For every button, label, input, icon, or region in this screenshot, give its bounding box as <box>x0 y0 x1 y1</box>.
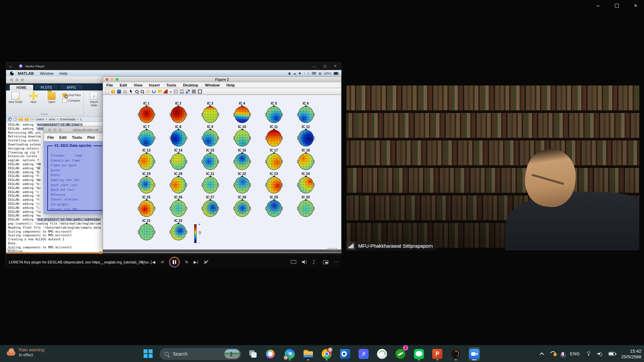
minimize-button[interactable]: – <box>593 3 603 9</box>
menubar-status-icon[interactable]: ✱ <box>299 72 301 75</box>
tab-plots[interactable]: PLOTS <box>34 84 58 90</box>
mp-minimize-button[interactable]: — <box>313 64 316 68</box>
line-taskbar-button[interactable] <box>413 347 425 361</box>
forward-icon[interactable]: ▶ <box>13 117 17 121</box>
eeglab-menu-tools[interactable]: Tools <box>72 135 82 139</box>
datatip-icon[interactable] <box>158 89 162 94</box>
rotate-3d-icon[interactable] <box>152 89 156 93</box>
wifi-icon[interactable] <box>586 352 592 356</box>
compare-button[interactable]: Compare <box>62 99 81 103</box>
apple-logo-icon[interactable] <box>10 71 14 75</box>
close-button[interactable]: × <box>631 3 641 9</box>
back-icon[interactable]: ◀ <box>8 117 12 121</box>
open-button[interactable]: Open <box>44 92 59 104</box>
rewind-10-icon[interactable]: ↺ <box>160 260 164 264</box>
fullscreen-icon[interactable]: ↗↙ <box>313 260 317 264</box>
tab-apps[interactable]: APPS <box>59 84 83 90</box>
mac-menu-matlab[interactable]: MATLAB <box>18 71 34 75</box>
copilot-button[interactable] <box>266 350 275 358</box>
restore-button[interactable] <box>612 3 622 9</box>
ia-app-taskbar-button[interactable]: // <box>358 347 369 361</box>
video-content[interactable]: MATLABWindowHelp ▣☁✱◔ᛒ⌨▤100% HOMEPLOTSAP… <box>6 70 341 253</box>
open-icon[interactable] <box>111 89 115 94</box>
new-script-button[interactable]: New Script <box>8 92 23 104</box>
figure-menu-tools[interactable]: Tools <box>166 83 176 87</box>
tray-overflow-icon[interactable] <box>540 352 544 357</box>
microphone-icon[interactable] <box>561 352 564 356</box>
weather-widget[interactable]: Rain warning In effect <box>6 347 44 357</box>
shuffle-icon[interactable]: ⇄ <box>142 260 145 264</box>
more-options-icon[interactable]: ⋯ <box>334 260 338 264</box>
link-plots-icon[interactable] <box>174 89 178 94</box>
file-explorer-taskbar-button[interactable] <box>303 347 314 361</box>
repeat-off-icon[interactable]: ↻ <box>204 260 207 264</box>
import-data-button[interactable]: Import Data <box>87 92 101 107</box>
dropdown-caret-icon[interactable] <box>170 92 172 93</box>
forward-30-icon[interactable]: ↻ <box>185 260 189 264</box>
colorbar-icon[interactable] <box>180 89 184 94</box>
menubar-status-icon[interactable]: ▣ <box>288 72 291 75</box>
eeglab-menu-plot[interactable]: Plot <box>87 135 95 139</box>
figure-menu-file[interactable]: File <box>106 83 113 87</box>
panel-icon[interactable] <box>198 89 202 94</box>
legend-icon[interactable] <box>186 89 190 94</box>
menubar-status-icon[interactable]: ◔ <box>304 72 305 75</box>
media-player-titlebar[interactable]: ⌂ Media Player — ✕ <box>6 62 341 70</box>
edge-taskbar-button[interactable] <box>284 347 296 361</box>
globe-app-taskbar-button[interactable] <box>376 347 388 361</box>
home-icon[interactable]: ⌂ <box>9 64 12 69</box>
square-icon[interactable] <box>192 89 196 94</box>
zoom-taskbar-button[interactable] <box>469 347 480 361</box>
print-icon[interactable] <box>123 89 127 94</box>
breadcrumb-segment[interactable]: arno <box>49 117 55 121</box>
figure-menu-edit[interactable]: Edit <box>120 83 127 87</box>
start-button[interactable] <box>144 349 153 359</box>
menubar-status-icon[interactable]: ᛒ <box>308 72 309 75</box>
mac-menu-window[interactable]: Window <box>40 71 54 75</box>
eeglab-menu-file[interactable]: File <box>47 135 54 139</box>
figure-menu-view[interactable]: View <box>134 83 143 87</box>
breadcrumb-segment[interactable]: Downloads <box>60 117 76 121</box>
breadcrumb[interactable]: /▸Users▸arno▸Downloads▸L <box>30 117 82 121</box>
figure-menu-help[interactable]: Help <box>226 83 235 87</box>
menubar-status-icon[interactable]: ☁ <box>293 72 296 75</box>
save-icon[interactable] <box>117 89 121 94</box>
subtitles-icon[interactable] <box>291 260 296 264</box>
breadcrumb-segment[interactable]: / <box>30 117 31 121</box>
volume-tray-icon[interactable] <box>597 352 603 356</box>
zoom-in-icon[interactable] <box>135 90 139 93</box>
tab-home[interactable]: HOME <box>9 84 34 90</box>
mp-restore-button[interactable] <box>324 64 326 68</box>
find-files-button[interactable]: Find Files <box>62 93 81 97</box>
pan-icon[interactable] <box>146 89 150 94</box>
language-indicator[interactable]: ENG <box>570 351 580 356</box>
dark-circle-app-taskbar-button[interactable] <box>450 347 462 361</box>
breadcrumb-segment[interactable]: L <box>80 117 82 121</box>
figure-menu-window[interactable]: Window <box>205 83 220 87</box>
cursor-icon[interactable] <box>129 89 133 94</box>
figure-menu-desktop[interactable]: Desktop <box>183 83 198 87</box>
figure-titlebar[interactable]: Figure 2 <box>103 76 341 82</box>
task-view-button[interactable] <box>249 350 257 358</box>
previous-icon[interactable]: ∣◀ <box>150 260 155 264</box>
matlab-traffic-lights[interactable] <box>10 78 24 81</box>
menubar-status-icon[interactable]: ▤ <box>318 72 321 75</box>
xbox-taskbar-button[interactable]: 3 <box>395 347 406 361</box>
battery-icon[interactable] <box>608 352 615 356</box>
volume-icon[interactable] <box>302 260 307 264</box>
pause-button[interactable] <box>169 257 180 267</box>
sync-status-icon[interactable] <box>549 350 556 357</box>
new-button[interactable]: New <box>26 92 41 104</box>
folder-up-icon[interactable] <box>19 118 23 121</box>
chrome-taskbar-button[interactable] <box>321 347 332 361</box>
menubar-status-icon[interactable]: ⌨ <box>312 72 316 75</box>
breadcrumb-segment[interactable]: Users <box>36 117 44 121</box>
seek-bar[interactable]: 0:02:14 0:06:10 <box>6 251 341 254</box>
new-doc-icon[interactable] <box>105 89 109 94</box>
browse-folder-icon[interactable] <box>24 118 29 121</box>
eeglab-menu-edit[interactable]: Edit <box>59 135 67 139</box>
brush-icon[interactable] <box>164 89 168 94</box>
powerpoint-taskbar-button[interactable]: P <box>432 347 443 361</box>
search-input[interactable]: Search <box>160 348 241 360</box>
seek-thumb[interactable] <box>99 251 102 254</box>
